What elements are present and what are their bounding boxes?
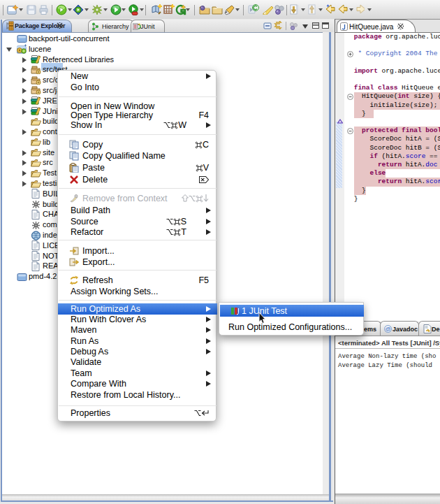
- svg-text:@: @: [385, 326, 390, 332]
